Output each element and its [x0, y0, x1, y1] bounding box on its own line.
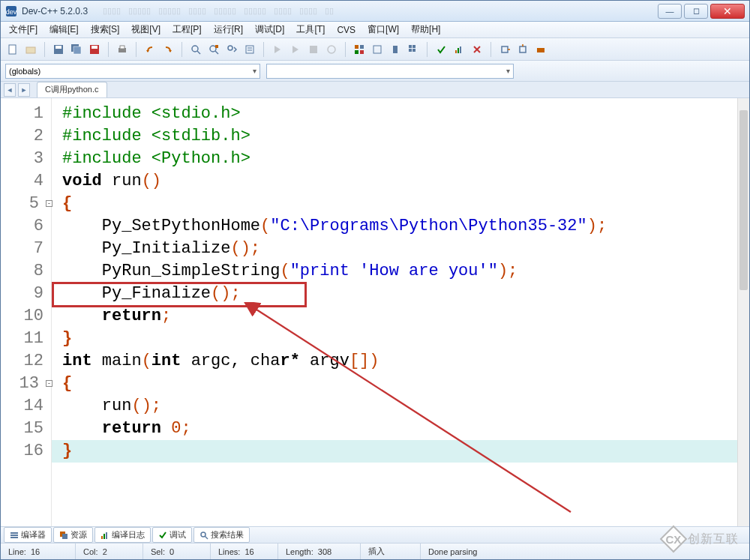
- profile-button[interactable]: [452, 42, 466, 57]
- bottom-tab[interactable]: 调试: [152, 527, 192, 543]
- status-mode: 插入: [361, 544, 421, 559]
- new-project-button[interactable]: [352, 42, 367, 57]
- step-over-button[interactable]: [497, 42, 512, 57]
- find-button[interactable]: [188, 42, 203, 57]
- menu-item[interactable]: 视图[V]: [126, 22, 166, 37]
- bottom-tab-label: 资源: [70, 529, 87, 541]
- maximize-button[interactable]: ◻: [684, 4, 708, 19]
- print-button[interactable]: [115, 42, 130, 57]
- code-line[interactable]: void run(): [62, 170, 749, 193]
- code-line[interactable]: #include <Python.h>: [62, 148, 749, 170]
- svg-line-15: [215, 51, 218, 54]
- svg-rect-11: [120, 46, 124, 49]
- svg-rect-27: [374, 46, 381, 53]
- code-line[interactable]: run();: [62, 395, 749, 418]
- compile-run-button[interactable]: [306, 42, 321, 57]
- svg-rect-46: [62, 534, 68, 539]
- check-icon: [158, 531, 167, 540]
- svg-point-12: [192, 46, 198, 52]
- code-line[interactable]: #include <stdlib.h>: [62, 125, 749, 148]
- code-line[interactable]: }: [62, 328, 749, 350]
- insert-button[interactable]: [370, 42, 385, 57]
- code-line[interactable]: {: [62, 373, 749, 395]
- menu-item[interactable]: 窗口[W]: [362, 22, 404, 37]
- menu-item[interactable]: 搜索[S]: [86, 22, 125, 37]
- svg-rect-34: [458, 48, 459, 53]
- menu-item[interactable]: 工具[T]: [291, 22, 330, 37]
- member-combo[interactable]: [266, 64, 514, 79]
- bottom-tab[interactable]: 搜索结果: [194, 527, 250, 543]
- menubar: 文件[F]编辑[E]搜索[S]视图[V]工程[P]运行[R]调试[D]工具[T]…: [1, 22, 749, 38]
- goto-line-button[interactable]: [242, 42, 257, 57]
- svg-text:dev: dev: [6, 8, 17, 16]
- menu-item[interactable]: 帮助[H]: [406, 22, 446, 37]
- find-next-button[interactable]: [224, 42, 239, 57]
- watermark: CX 创新互联: [664, 529, 739, 549]
- grid-button[interactable]: [406, 42, 421, 57]
- compile-button[interactable]: [270, 42, 285, 57]
- code-line[interactable]: Py_Finalize();: [62, 283, 749, 305]
- stop-debug-button[interactable]: [470, 42, 484, 57]
- file-tab[interactable]: C调用python.c: [37, 82, 107, 97]
- menu-item[interactable]: 文件[F]: [4, 22, 43, 37]
- menu-item[interactable]: 调试[D]: [250, 22, 290, 37]
- menu-item[interactable]: CVS: [332, 23, 361, 37]
- save-as-button[interactable]: [87, 42, 102, 57]
- bottom-tab[interactable]: 资源: [53, 527, 93, 543]
- save-button[interactable]: [51, 42, 66, 57]
- code-line[interactable]: PyRun_SimpleString("print 'How are you'"…: [62, 260, 749, 283]
- code-area[interactable]: #include <stdio.h>#include <stdlib.h>#in…: [52, 98, 749, 526]
- svg-rect-23: [355, 45, 358, 49]
- bottom-tab[interactable]: 编译日志: [94, 527, 151, 543]
- step-into-button[interactable]: [515, 42, 530, 57]
- bottom-tab[interactable]: 编译器: [4, 527, 52, 543]
- vertical-scrollbar[interactable]: [737, 98, 749, 526]
- statusbar: Line: 16 Col: 2 Sel: 0 Lines: 16 Length:…: [1, 544, 749, 559]
- new-file-button[interactable]: [5, 42, 20, 57]
- svg-rect-33: [455, 50, 457, 53]
- replace-button[interactable]: [206, 42, 221, 57]
- code-line[interactable]: Py_SetPythonHome("C:\Programs\Python\Pyt…: [62, 215, 749, 238]
- minimize-button[interactable]: —: [658, 4, 682, 19]
- undo-button[interactable]: [142, 42, 158, 57]
- toolbar: [1, 38, 749, 61]
- menu-item[interactable]: 工程[P]: [167, 22, 207, 37]
- scope-combo[interactable]: (globals): [5, 64, 260, 79]
- editor-area[interactable]: 12345-678910111213-141516 #include <stdi…: [1, 98, 749, 527]
- code-line[interactable]: Py_Initialize();: [62, 238, 749, 260]
- bottom-tab-label: 编译日志: [112, 529, 145, 541]
- run-button[interactable]: [288, 42, 303, 57]
- app-window: dev Dev-C++ 5.2.0.3 ▯▯▯▯▯▯▯▯▯▯▯▯▯▯▯▯▯▯▯▯…: [0, 0, 750, 560]
- open-file-button[interactable]: [23, 42, 38, 57]
- svg-rect-29: [409, 45, 412, 48]
- code-line[interactable]: return;: [62, 305, 749, 328]
- bottom-tabbar: 编译器资源编译日志调试搜索结果: [1, 527, 749, 544]
- svg-rect-16: [215, 45, 218, 48]
- svg-rect-25: [355, 50, 358, 54]
- tab-prev-button[interactable]: ◄: [4, 83, 16, 97]
- menu-item[interactable]: 运行[R]: [208, 22, 248, 37]
- bookmark-button[interactable]: [388, 42, 403, 57]
- code-line[interactable]: #include <stdio.h>: [62, 103, 749, 125]
- svg-rect-42: [10, 532, 18, 534]
- close-button[interactable]: ✕: [710, 4, 745, 19]
- svg-rect-24: [360, 45, 364, 49]
- line-gutter: 12345-678910111213-141516: [1, 98, 52, 526]
- svg-rect-2: [9, 45, 16, 54]
- svg-rect-47: [101, 536, 103, 539]
- debug-button[interactable]: [434, 42, 448, 57]
- combo-row: (globals): [1, 61, 749, 82]
- code-line[interactable]: {: [62, 193, 749, 215]
- redo-button[interactable]: [160, 42, 176, 57]
- svg-line-13: [197, 51, 200, 54]
- svg-point-17: [228, 46, 232, 50]
- svg-rect-49: [106, 532, 107, 539]
- code-line[interactable]: return 0;: [62, 418, 749, 440]
- menu-item[interactable]: 编辑[E]: [44, 22, 84, 37]
- tab-next-button[interactable]: ►: [18, 83, 30, 97]
- rebuild-button[interactable]: [324, 42, 339, 57]
- step-out-button[interactable]: [533, 42, 548, 57]
- save-all-button[interactable]: [69, 42, 84, 57]
- code-line[interactable]: }: [62, 440, 749, 463]
- code-line[interactable]: int main(int argc, char* argv[]): [62, 350, 749, 373]
